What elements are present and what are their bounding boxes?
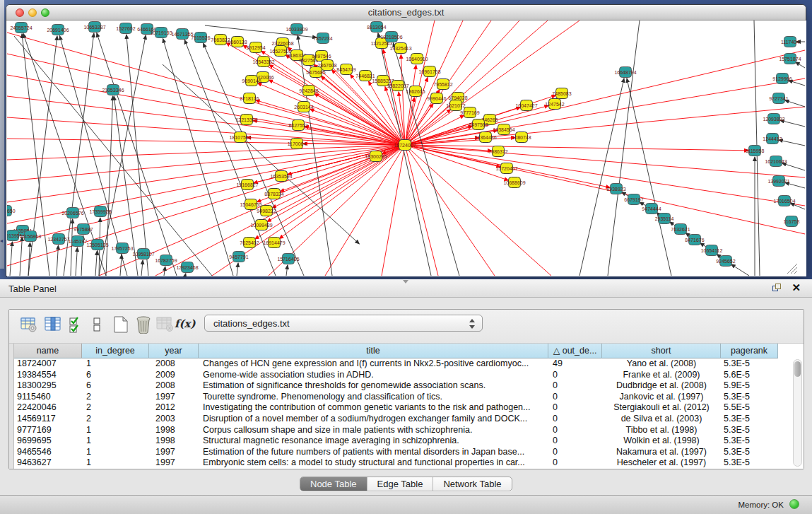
graph-edge[interactable]: [405, 145, 495, 276]
graph-edge[interactable]: [185, 274, 186, 276]
graph-edge[interactable]: [7, 96, 405, 145]
scrollbar-thumb[interactable]: [794, 361, 801, 377]
graph-edge[interactable]: [782, 163, 805, 170]
graph-edge[interactable]: [286, 265, 288, 276]
panel-splitter-grip[interactable]: [403, 280, 408, 284]
graph-node-label: 1145197: [69, 239, 88, 244]
graph-node-label: 19325413: [389, 46, 411, 51]
cell: Disruption of a novel member of a sodium…: [199, 414, 548, 425]
graph-edge[interactable]: [14, 36, 212, 276]
table-row[interactable]: 2242004622012Investigating the contribut…: [14, 402, 783, 414]
column-header-title[interactable]: title: [199, 344, 548, 358]
cell: 5.3E-5: [721, 457, 778, 469]
resize-grip-icon[interactable]: [791, 267, 797, 274]
graph-edge[interactable]: [71, 219, 73, 276]
graph-edge[interactable]: [405, 145, 748, 151]
new-column-button[interactable]: [112, 315, 131, 334]
graph-edge[interactable]: [163, 64, 359, 244]
graph-edge[interactable]: [790, 203, 805, 209]
graph-edge[interactable]: [141, 260, 143, 276]
graph-node-label: 7625402: [240, 240, 259, 245]
delete-column-button[interactable]: [135, 315, 153, 334]
graph-edge[interactable]: [779, 140, 805, 146]
column-header-name[interactable]: name: [14, 344, 82, 358]
resize-grip-icon[interactable]: [794, 271, 797, 274]
graph-node-label: 1247542: [545, 102, 564, 107]
table-row[interactable]: 1872400712008Changes of HCN gene express…: [14, 358, 783, 370]
cell: 5.9E-5: [721, 380, 778, 392]
function-builder-button[interactable]: f(x): [175, 317, 196, 330]
graph-edge[interactable]: [789, 81, 805, 86]
graph-edge[interactable]: [279, 145, 405, 239]
graph-edge[interactable]: [796, 62, 805, 68]
column-select-button[interactable]: [69, 315, 87, 334]
graph-edge[interactable]: [20, 237, 22, 276]
cell: 9463627: [14, 457, 82, 469]
graph-edge[interactable]: [405, 145, 805, 206]
float-window-icon[interactable]: [772, 284, 782, 293]
table-row[interactable]: 1938455462009Genome-wide association stu…: [14, 370, 783, 381]
graph-node-label: 7955812: [433, 82, 452, 87]
cell: Tourette syndrome. Phenomenology and cla…: [199, 392, 548, 403]
graph-edge[interactable]: [57, 245, 58, 276]
tab-node-table[interactable]: Node Table: [300, 477, 367, 491]
graph-edge[interactable]: [120, 255, 122, 276]
cell: 0: [548, 425, 602, 436]
column-visibility-button[interactable]: [45, 315, 63, 334]
graph-edge[interactable]: [393, 43, 459, 276]
graph-node-label: 23226058: [271, 41, 293, 46]
graph-edge[interactable]: [780, 120, 805, 127]
graph-node-label: 12213369: [235, 117, 257, 122]
column-header-year[interactable]: year: [149, 344, 199, 358]
graph-node-label: 16033809: [286, 27, 307, 32]
network-window-titlebar[interactable]: citations_edges.txt: [6, 5, 806, 21]
left-panel-edge[interactable]: ◂: [0, 0, 4, 269]
graph-node-label: 16210643: [765, 159, 787, 164]
tab-edge-table[interactable]: Edge Table: [367, 477, 434, 491]
graph-edge[interactable]: [99, 35, 146, 276]
memory-status-label: Memory: OK: [738, 501, 784, 509]
graph-edge[interactable]: [237, 263, 238, 276]
graph-edge[interactable]: [95, 251, 97, 276]
cytoscape-desktop: ◂ citations_edges.txt 187240077663822966…: [0, 0, 812, 514]
cell: 5.3E-5: [721, 392, 778, 403]
graph-edge[interactable]: [10, 242, 12, 276]
table-row[interactable]: 977716911998Corpus callosum shape and si…: [14, 425, 783, 436]
table-row[interactable]: 911546021997Tourette syndrome. Phenomeno…: [14, 392, 783, 403]
memory-ok-icon[interactable]: [789, 499, 799, 509]
cell: 1997: [149, 457, 199, 469]
table-row[interactable]: 946362711997Embryonic stem cells: a mode…: [14, 457, 783, 469]
table-row[interactable]: 1830029562008Estimation of significance …: [14, 380, 783, 392]
cell: 9115460: [14, 392, 82, 403]
table-select[interactable]: citations_edges.txt: [204, 315, 483, 332]
graph-edge[interactable]: [405, 145, 805, 234]
graph-edge[interactable]: [731, 264, 749, 276]
collapse-left-arrow-icon[interactable]: ◂: [0, 238, 3, 244]
column-header-pagerank[interactable]: pagerank: [721, 344, 778, 358]
close-panel-icon[interactable]: ✕: [792, 281, 801, 294]
row-mode-button[interactable]: [93, 315, 111, 334]
vertical-scrollbar[interactable]: [793, 359, 802, 467]
graph-edge[interactable]: [785, 100, 805, 107]
cell: 2: [82, 414, 149, 425]
tab-network-table[interactable]: Network Table: [433, 477, 511, 491]
graph-node-label: 17957253: [111, 246, 133, 251]
table-mode-button[interactable]: [20, 315, 39, 334]
citation-graph[interactable]: 1872400776638229660128391295416543382234…: [7, 21, 806, 276]
delete-table-button[interactable]: [156, 315, 175, 334]
column-header-out_de[interactable]: △ out_de...: [548, 344, 602, 358]
graph-edge[interactable]: [405, 145, 438, 276]
cell: Franke et al. (2009): [602, 370, 721, 381]
network-canvas[interactable]: 1872400776638229660128391295416543382234…: [7, 21, 806, 276]
graph-node-label: 9129966: [772, 76, 792, 81]
column-header-in_degree[interactable]: in_degree: [82, 344, 149, 358]
column-header-short[interactable]: short: [602, 344, 721, 358]
graph-edge[interactable]: [7, 145, 405, 160]
table-row[interactable]: 946554611997Estimation of the future num…: [14, 447, 783, 458]
table-row[interactable]: 1456911722003Disruption of a novel membe…: [14, 414, 783, 425]
graph-edge[interactable]: [627, 78, 671, 276]
table-row[interactable]: 969969511998Structural magnetic resonanc…: [14, 436, 783, 447]
cell: 0: [548, 414, 602, 425]
graph-edge[interactable]: [76, 247, 77, 276]
graph-edge[interactable]: [405, 21, 435, 145]
